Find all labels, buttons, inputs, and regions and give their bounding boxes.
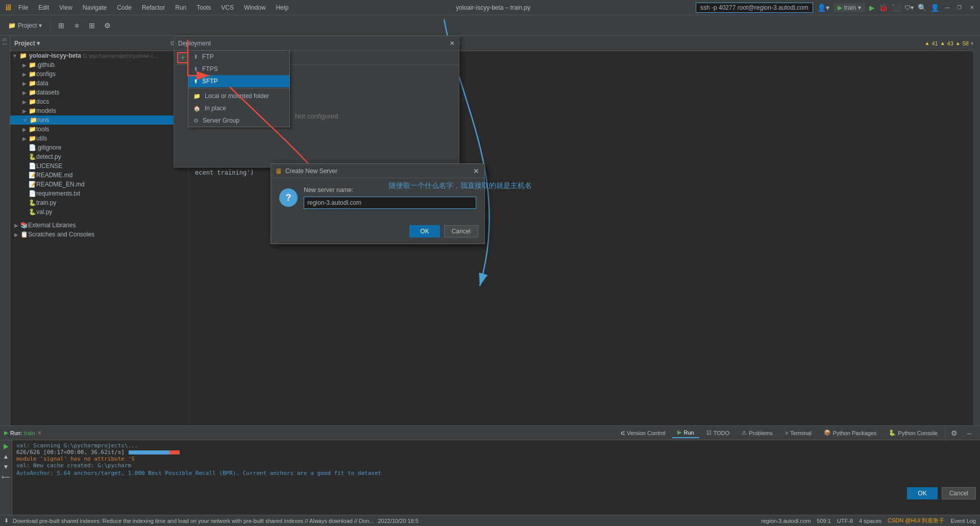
py-icon: 🐍 bbox=[29, 208, 36, 216]
tree-tools[interactable]: ▶ 📁 tools bbox=[10, 125, 188, 134]
encoding-label[interactable]: UTF-8 bbox=[837, 518, 853, 524]
search-icon[interactable]: 🔍 bbox=[918, 4, 926, 12]
tree-runs[interactable]: ▼ 📁 runs bbox=[10, 115, 188, 125]
tree-external-libs[interactable]: ▶ 📚 External Libraries bbox=[10, 221, 188, 230]
sep bbox=[945, 428, 945, 438]
tab-terminal[interactable]: > Terminal bbox=[780, 428, 817, 438]
tree-val[interactable]: ▶ 🐍 val.py bbox=[10, 207, 188, 217]
bottom-cancel-btn[interactable]: Cancel bbox=[942, 487, 976, 499]
avatar-icon[interactable]: 👤 bbox=[930, 4, 939, 12]
run-icon: ▶ bbox=[838, 4, 842, 11]
run-play-btn[interactable]: ▶ bbox=[4, 442, 9, 450]
menu-window[interactable]: Window bbox=[242, 3, 268, 12]
ftps-icon: ⬆ bbox=[193, 66, 198, 73]
tree-license[interactable]: ▶ 📄 LICENSE bbox=[10, 161, 188, 171]
expand-arrow: ▼ bbox=[12, 53, 17, 59]
maximize-btn[interactable]: ❐ bbox=[955, 4, 964, 12]
run-content: val: Scanning G:\pycharmprojects\... 626… bbox=[12, 440, 980, 526]
tab-python-console[interactable]: 🐍 Python Console bbox=[884, 428, 943, 438]
dialog-titlebar: 🖥 Create New Server ✕ bbox=[271, 164, 484, 178]
project-selector[interactable]: 📁 Project ▾ bbox=[4, 21, 46, 30]
bookmark-icon-2[interactable]: t bbox=[2, 43, 8, 45]
ok-button[interactable]: OK bbox=[409, 225, 439, 237]
minimize-btn[interactable]: — bbox=[943, 4, 951, 12]
tree-requirements[interactable]: ▶ 📄 requirements.txt bbox=[10, 189, 188, 198]
menu-item-ftp[interactable]: ⬆ FTP bbox=[188, 51, 289, 63]
menu-code[interactable]: Code bbox=[115, 3, 134, 12]
position-label[interactable]: 509:1 bbox=[817, 518, 831, 524]
bottom-panel-tabs: ▶ Run: train ✕ ⑆ Version Control ▶ Run ☑… bbox=[0, 426, 980, 440]
menu-vcs[interactable]: VCS bbox=[219, 3, 236, 12]
tree-detect[interactable]: ▶ 🐍 detect.py bbox=[10, 152, 188, 161]
bookmark-icon-1[interactable]: S bbox=[2, 38, 8, 41]
root-label: yoloair-iscyy-beta G:\pycharmprojects\yo… bbox=[29, 52, 158, 59]
py-icon: 🐍 bbox=[29, 153, 36, 160]
run-config[interactable]: ▶ train ▾ bbox=[834, 3, 865, 12]
toolbar-structure-btn[interactable]: ⊞ bbox=[55, 19, 68, 32]
toolbar-expand-btn[interactable]: ⊞ bbox=[85, 19, 99, 32]
menu-help[interactable]: Help bbox=[274, 3, 291, 12]
tree-github[interactable]: ▶ 📁 .github bbox=[10, 60, 188, 69]
tab-problems[interactable]: ⚠ Problems bbox=[737, 428, 777, 438]
cancel-button[interactable]: Cancel bbox=[444, 225, 478, 237]
play-btn[interactable]: ▶ bbox=[869, 4, 875, 12]
menu-view[interactable]: View bbox=[57, 3, 75, 12]
tab-python-packages[interactable]: 📦 Python Packages bbox=[819, 428, 882, 438]
close-run-icon[interactable]: ✕ bbox=[37, 430, 41, 436]
bottom-run-layout: ▶ ▲ ▼ ⟵ val: Scanning G:\pycharmprojects… bbox=[0, 440, 980, 526]
tab-version-control[interactable]: ⑆ Version Control bbox=[616, 428, 670, 438]
run-scroll-up-btn[interactable]: ▲ bbox=[3, 453, 9, 460]
close-btn[interactable]: ✕ bbox=[968, 4, 976, 12]
add-server-btn[interactable]: + bbox=[177, 52, 188, 63]
tree-gitignore[interactable]: ▶ 📄 .gitignore bbox=[10, 143, 188, 152]
menu-edit[interactable]: Edit bbox=[36, 3, 51, 12]
tree-data[interactable]: ▶ 📁 data bbox=[10, 79, 188, 88]
run-line-4: val: New cache created: G:\pycharm bbox=[16, 462, 976, 469]
hide-bottom-btn[interactable]: – bbox=[963, 426, 976, 440]
event-log-label[interactable]: Event Log bbox=[950, 518, 976, 524]
menu-refactor[interactable]: Refactor bbox=[140, 3, 167, 12]
menu-item-ftps[interactable]: ⬆ FTPS bbox=[188, 63, 289, 75]
run-tab-group: ▶ Run: train ✕ bbox=[4, 429, 41, 436]
tree-readme[interactable]: ▶ 📝 README.md bbox=[10, 171, 188, 180]
tree-scratches[interactable]: ▶ 📋 Scratches and Consoles bbox=[10, 230, 188, 239]
bottom-ok-btn[interactable]: OK bbox=[907, 487, 937, 499]
menu-run[interactable]: Run bbox=[173, 3, 188, 12]
tree-train[interactable]: ▶ 🐍 train.py bbox=[10, 198, 188, 207]
tree-configs[interactable]: ▶ 📁 configs bbox=[10, 69, 188, 79]
run-tab-label[interactable]: Run: bbox=[10, 430, 22, 436]
tab-todo[interactable]: ☑ TODO bbox=[701, 428, 735, 438]
folder-icon: 📁 bbox=[29, 135, 36, 142]
folder-icon: 📁 bbox=[29, 70, 36, 78]
toolbar-settings-btn[interactable]: ⚙ bbox=[101, 19, 114, 32]
toolbar-collapse-btn[interactable]: ≡ bbox=[70, 19, 83, 32]
run-scroll-down-btn[interactable]: ▼ bbox=[3, 463, 9, 470]
tree-root[interactable]: ▼ 📁 yoloair-iscyy-beta G:\pycharmproject… bbox=[10, 51, 188, 60]
settings-bottom-btn[interactable]: ⚙ bbox=[947, 426, 961, 440]
region-label[interactable]: region-3.autodl.com bbox=[761, 518, 811, 524]
menu-item-sftp[interactable]: ⬆ SFTP bbox=[188, 75, 289, 87]
run-wrap-btn[interactable]: ⟵ bbox=[2, 473, 10, 481]
deployment-close-btn[interactable]: ✕ bbox=[450, 40, 455, 47]
indent-label[interactable]: 4 spaces bbox=[859, 518, 881, 524]
menu-item-server-group[interactable]: ⚙ Server Group bbox=[188, 114, 289, 127]
menu-item-inplace[interactable]: 🏠 In place bbox=[188, 102, 289, 114]
debug-btn[interactable]: 🐞 bbox=[879, 4, 888, 12]
menu-tools[interactable]: Tools bbox=[194, 3, 213, 12]
coverage-btn[interactable]: 🛡▾ bbox=[904, 4, 914, 11]
tree-readme-en[interactable]: ▶ 📝 README_EN.md bbox=[10, 180, 188, 189]
user-icon[interactable]: 👤▾ bbox=[817, 4, 829, 12]
menu-file[interactable]: File bbox=[16, 3, 30, 12]
tree-models[interactable]: ▶ 📁 models bbox=[10, 106, 188, 115]
menu-navigate[interactable]: Navigate bbox=[81, 3, 109, 12]
server-name-input[interactable] bbox=[304, 197, 476, 209]
dialog-close-btn[interactable]: ✕ bbox=[472, 167, 480, 175]
stop-btn[interactable]: ⬛ bbox=[892, 4, 900, 12]
menu-item-local[interactable]: 📁 Local or mounted folder bbox=[188, 90, 289, 102]
tree-docs[interactable]: ▶ 📁 docs bbox=[10, 97, 188, 106]
ssh-command[interactable]: ssh -p 40277 root@region-3.autodl.com bbox=[696, 3, 813, 13]
tab-run[interactable]: ▶ Run bbox=[672, 427, 699, 438]
lib-icon: 📚 bbox=[20, 222, 28, 229]
tree-utils[interactable]: ▶ 📁 utils bbox=[10, 134, 188, 143]
tree-datasets[interactable]: ▶ 📁 datasets bbox=[10, 88, 188, 97]
